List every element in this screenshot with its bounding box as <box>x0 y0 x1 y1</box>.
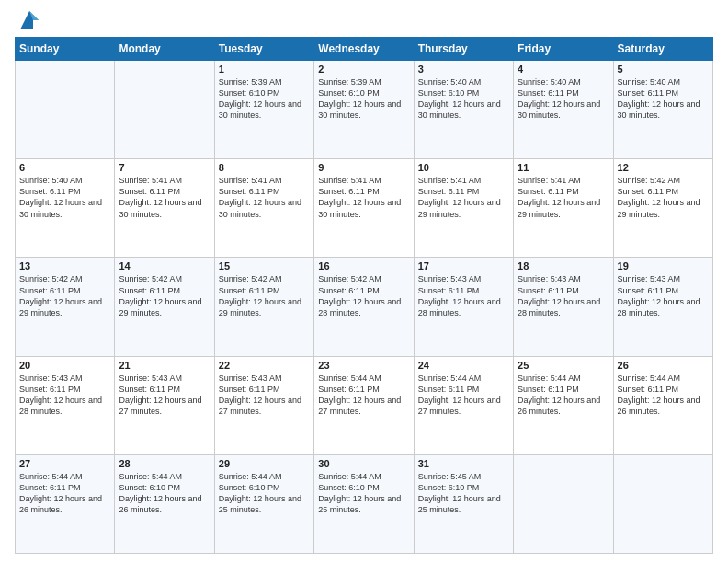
calendar-cell <box>613 454 712 553</box>
calendar-cell: 5Sunrise: 5:40 AM Sunset: 6:11 PM Daylig… <box>613 61 712 159</box>
day-info: Sunrise: 5:40 AM Sunset: 6:11 PM Dayligh… <box>618 76 709 121</box>
day-info: Sunrise: 5:42 AM Sunset: 6:11 PM Dayligh… <box>219 273 310 318</box>
calendar-cell: 31Sunrise: 5:45 AM Sunset: 6:10 PM Dayli… <box>414 454 513 553</box>
calendar-cell: 19Sunrise: 5:43 AM Sunset: 6:11 PM Dayli… <box>613 258 712 356</box>
weekday-header-monday: Monday <box>115 38 214 61</box>
day-info: Sunrise: 5:41 AM Sunset: 6:11 PM Dayligh… <box>518 175 609 220</box>
day-number: 6 <box>19 162 110 173</box>
calendar-cell: 30Sunrise: 5:44 AM Sunset: 6:10 PM Dayli… <box>314 454 414 553</box>
day-info: Sunrise: 5:42 AM Sunset: 6:11 PM Dayligh… <box>318 273 409 318</box>
day-info: Sunrise: 5:41 AM Sunset: 6:11 PM Dayligh… <box>119 175 210 220</box>
calendar-cell <box>16 61 115 159</box>
day-number: 30 <box>318 458 409 469</box>
weekday-header-row: SundayMondayTuesdayWednesdayThursdayFrid… <box>16 38 713 61</box>
calendar-cell: 13Sunrise: 5:42 AM Sunset: 6:11 PM Dayli… <box>16 258 115 356</box>
day-info: Sunrise: 5:43 AM Sunset: 6:11 PM Dayligh… <box>219 373 310 418</box>
day-info: Sunrise: 5:43 AM Sunset: 6:11 PM Dayligh… <box>518 273 609 318</box>
day-number: 12 <box>618 162 709 173</box>
day-info: Sunrise: 5:44 AM Sunset: 6:10 PM Dayligh… <box>219 471 310 516</box>
day-info: Sunrise: 5:40 AM Sunset: 6:11 PM Dayligh… <box>19 175 110 220</box>
day-info: Sunrise: 5:44 AM Sunset: 6:10 PM Dayligh… <box>119 471 210 516</box>
day-number: 20 <box>19 360 110 371</box>
day-info: Sunrise: 5:43 AM Sunset: 6:11 PM Dayligh… <box>119 373 210 418</box>
day-number: 13 <box>19 260 110 271</box>
logo <box>15 9 42 33</box>
day-number: 29 <box>219 458 310 469</box>
header <box>15 9 713 33</box>
calendar-week-0: 1Sunrise: 5:39 AM Sunset: 6:10 PM Daylig… <box>16 61 713 159</box>
calendar-cell: 7Sunrise: 5:41 AM Sunset: 6:11 PM Daylig… <box>115 159 214 258</box>
calendar-cell: 10Sunrise: 5:41 AM Sunset: 6:11 PM Dayli… <box>414 159 513 258</box>
day-info: Sunrise: 5:39 AM Sunset: 6:10 PM Dayligh… <box>318 76 409 121</box>
day-info: Sunrise: 5:42 AM Sunset: 6:11 PM Dayligh… <box>119 273 210 318</box>
day-number: 18 <box>518 260 609 271</box>
calendar-cell: 18Sunrise: 5:43 AM Sunset: 6:11 PM Dayli… <box>514 258 613 356</box>
calendar-cell: 21Sunrise: 5:43 AM Sunset: 6:11 PM Dayli… <box>115 356 214 454</box>
calendar-cell: 12Sunrise: 5:42 AM Sunset: 6:11 PM Dayli… <box>613 159 712 258</box>
day-number: 11 <box>518 162 609 173</box>
day-number: 26 <box>618 360 709 371</box>
day-info: Sunrise: 5:40 AM Sunset: 6:11 PM Dayligh… <box>518 76 609 121</box>
day-number: 28 <box>119 458 210 469</box>
day-info: Sunrise: 5:42 AM Sunset: 6:11 PM Dayligh… <box>618 175 709 220</box>
day-number: 27 <box>19 458 110 469</box>
calendar-week-1: 6Sunrise: 5:40 AM Sunset: 6:11 PM Daylig… <box>16 159 713 258</box>
calendar-cell: 28Sunrise: 5:44 AM Sunset: 6:10 PM Dayli… <box>115 454 214 553</box>
calendar-cell: 3Sunrise: 5:40 AM Sunset: 6:10 PM Daylig… <box>414 61 513 159</box>
calendar-cell: 25Sunrise: 5:44 AM Sunset: 6:11 PM Dayli… <box>514 356 613 454</box>
page: SundayMondayTuesdayWednesdayThursdayFrid… <box>0 0 728 563</box>
day-number: 24 <box>418 360 509 371</box>
day-info: Sunrise: 5:43 AM Sunset: 6:11 PM Dayligh… <box>618 273 709 318</box>
logo-icon <box>17 7 42 33</box>
day-number: 16 <box>318 260 409 271</box>
day-number: 22 <box>219 360 310 371</box>
day-number: 8 <box>219 162 310 173</box>
calendar: SundayMondayTuesdayWednesdayThursdayFrid… <box>15 37 713 554</box>
day-info: Sunrise: 5:42 AM Sunset: 6:11 PM Dayligh… <box>19 273 110 318</box>
calendar-cell: 4Sunrise: 5:40 AM Sunset: 6:11 PM Daylig… <box>514 61 613 159</box>
day-info: Sunrise: 5:44 AM Sunset: 6:11 PM Dayligh… <box>318 373 409 418</box>
calendar-cell: 24Sunrise: 5:44 AM Sunset: 6:11 PM Dayli… <box>414 356 513 454</box>
day-info: Sunrise: 5:44 AM Sunset: 6:11 PM Dayligh… <box>418 373 509 418</box>
weekday-header-sunday: Sunday <box>16 38 115 61</box>
day-info: Sunrise: 5:43 AM Sunset: 6:11 PM Dayligh… <box>19 373 110 418</box>
day-info: Sunrise: 5:45 AM Sunset: 6:10 PM Dayligh… <box>418 471 509 516</box>
calendar-cell <box>514 454 613 553</box>
day-number: 23 <box>318 360 409 371</box>
calendar-week-3: 20Sunrise: 5:43 AM Sunset: 6:11 PM Dayli… <box>16 356 713 454</box>
day-info: Sunrise: 5:39 AM Sunset: 6:10 PM Dayligh… <box>219 76 310 121</box>
weekday-header-tuesday: Tuesday <box>214 38 313 61</box>
day-info: Sunrise: 5:43 AM Sunset: 6:11 PM Dayligh… <box>418 273 509 318</box>
calendar-cell: 11Sunrise: 5:41 AM Sunset: 6:11 PM Dayli… <box>514 159 613 258</box>
day-info: Sunrise: 5:44 AM Sunset: 6:10 PM Dayligh… <box>318 471 409 516</box>
day-info: Sunrise: 5:44 AM Sunset: 6:11 PM Dayligh… <box>19 471 110 516</box>
weekday-header-friday: Friday <box>514 38 613 61</box>
calendar-cell: 2Sunrise: 5:39 AM Sunset: 6:10 PM Daylig… <box>314 61 414 159</box>
day-number: 17 <box>418 260 509 271</box>
day-info: Sunrise: 5:41 AM Sunset: 6:11 PM Dayligh… <box>418 175 509 220</box>
day-number: 4 <box>518 63 609 75</box>
calendar-cell: 16Sunrise: 5:42 AM Sunset: 6:11 PM Dayli… <box>314 258 414 356</box>
day-number: 9 <box>318 162 409 173</box>
calendar-cell: 29Sunrise: 5:44 AM Sunset: 6:10 PM Dayli… <box>214 454 313 553</box>
day-number: 1 <box>219 63 310 75</box>
calendar-cell: 20Sunrise: 5:43 AM Sunset: 6:11 PM Dayli… <box>16 356 115 454</box>
weekday-header-wednesday: Wednesday <box>314 38 414 61</box>
calendar-cell: 26Sunrise: 5:44 AM Sunset: 6:11 PM Dayli… <box>613 356 712 454</box>
calendar-cell: 15Sunrise: 5:42 AM Sunset: 6:11 PM Dayli… <box>214 258 313 356</box>
calendar-cell: 17Sunrise: 5:43 AM Sunset: 6:11 PM Dayli… <box>414 258 513 356</box>
calendar-cell: 23Sunrise: 5:44 AM Sunset: 6:11 PM Dayli… <box>314 356 414 454</box>
day-number: 19 <box>618 260 709 271</box>
day-number: 5 <box>618 63 709 75</box>
day-number: 21 <box>119 360 210 371</box>
calendar-week-2: 13Sunrise: 5:42 AM Sunset: 6:11 PM Dayli… <box>16 258 713 356</box>
calendar-cell: 8Sunrise: 5:41 AM Sunset: 6:11 PM Daylig… <box>214 159 313 258</box>
calendar-week-4: 27Sunrise: 5:44 AM Sunset: 6:11 PM Dayli… <box>16 454 713 553</box>
calendar-cell: 1Sunrise: 5:39 AM Sunset: 6:10 PM Daylig… <box>214 61 313 159</box>
calendar-cell: 27Sunrise: 5:44 AM Sunset: 6:11 PM Dayli… <box>16 454 115 553</box>
day-info: Sunrise: 5:41 AM Sunset: 6:11 PM Dayligh… <box>219 175 310 220</box>
day-number: 2 <box>318 63 409 75</box>
day-number: 25 <box>518 360 609 371</box>
day-number: 15 <box>219 260 310 271</box>
day-info: Sunrise: 5:44 AM Sunset: 6:11 PM Dayligh… <box>518 373 609 418</box>
